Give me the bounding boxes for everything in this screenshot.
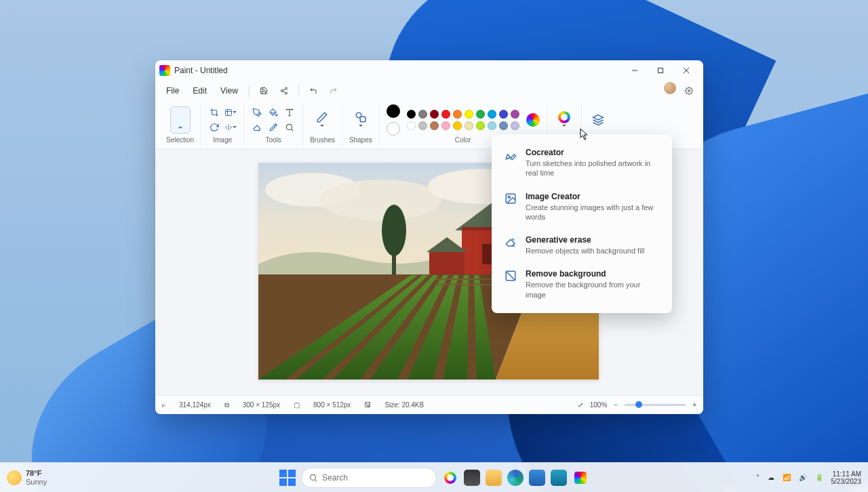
svg-point-9 <box>688 90 690 92</box>
color-swatch[interactable] <box>488 121 496 130</box>
save-button[interactable] <box>255 82 273 100</box>
eraser-tool[interactable] <box>251 121 263 134</box>
remove-background-icon <box>504 269 517 283</box>
crop-tool[interactable] <box>208 106 220 119</box>
taskbar-explorer[interactable] <box>486 470 502 486</box>
menu-edit[interactable]: Edit <box>187 83 212 98</box>
tray-onedrive-icon[interactable]: ☁ <box>768 474 774 481</box>
color-swatch[interactable] <box>453 121 462 130</box>
taskbar-photos[interactable] <box>551 470 567 486</box>
taskbar-task-view[interactable] <box>464 470 480 486</box>
svg-point-6 <box>285 92 287 94</box>
zoom-out-button[interactable]: − <box>614 401 618 409</box>
taskbar: 78°F Sunny Search ˄ ☁ 📶 🔊 🔋 11:11 AM 5/2… <box>0 462 868 492</box>
minimize-button[interactable] <box>622 60 648 81</box>
color-swatch[interactable] <box>511 121 519 130</box>
svg-point-5 <box>281 90 283 92</box>
color-swatch[interactable] <box>441 121 450 130</box>
flip-tool[interactable] <box>224 121 237 134</box>
copilot-button[interactable] <box>554 108 574 131</box>
color-swatch[interactable] <box>453 110 462 119</box>
color-picker-tool[interactable] <box>267 121 279 134</box>
tray-battery-icon[interactable]: 🔋 <box>815 474 823 481</box>
taskbar-weather[interactable]: 78°F Sunny <box>7 469 47 485</box>
search-placeholder: Search <box>322 473 348 483</box>
selection-tool[interactable] <box>170 106 191 134</box>
color-swatch[interactable] <box>418 110 427 119</box>
dropdown-item-remove-background[interactable]: Remove background Remove the background … <box>494 262 669 306</box>
dropdown-item-image-creator[interactable]: Image Creator Create stunning images wit… <box>494 185 669 229</box>
dropdown-item-cocreator[interactable]: Cocreator Turn sketches into polished ar… <box>494 141 669 185</box>
color-swatch[interactable] <box>430 121 439 130</box>
start-button[interactable] <box>279 470 296 486</box>
text-tool[interactable] <box>283 106 296 119</box>
tray-chevron-icon[interactable]: ˄ <box>756 474 760 481</box>
color-2[interactable] <box>387 122 400 136</box>
color-swatch[interactable] <box>407 121 416 130</box>
close-button[interactable] <box>673 60 699 81</box>
titlebar[interactable]: Paint - Untitled <box>155 60 703 81</box>
color-swatch[interactable] <box>430 110 439 119</box>
image-creator-icon <box>504 192 517 205</box>
brushes-button[interactable] <box>313 108 332 131</box>
redo-button[interactable] <box>325 82 342 100</box>
zoom-value: 100% <box>590 401 608 409</box>
group-selection: Selection <box>159 104 201 147</box>
edit-colors-button[interactable] <box>526 113 540 127</box>
search-icon <box>309 473 318 483</box>
status-selection-icon: ⧉ <box>224 401 229 409</box>
fit-to-window-button[interactable]: ⤢ <box>578 401 583 409</box>
taskbar-copilot[interactable] <box>442 470 458 486</box>
svg-line-7 <box>283 89 285 90</box>
taskbar-search[interactable]: Search <box>301 468 437 488</box>
color-swatch[interactable] <box>465 121 473 130</box>
color-swatch[interactable] <box>488 110 496 119</box>
tray-volume-icon[interactable]: 🔊 <box>799 474 807 481</box>
resize-tool[interactable] <box>224 106 237 119</box>
generative-erase-icon <box>504 235 517 249</box>
settings-button[interactable] <box>680 82 698 100</box>
color-swatch[interactable] <box>465 110 473 119</box>
zoom-in-button[interactable]: + <box>692 401 696 409</box>
shapes-button[interactable] <box>351 108 370 131</box>
color-swatch[interactable] <box>418 121 427 130</box>
color-swatch[interactable] <box>511 110 519 119</box>
dropdown-item-generative-erase[interactable]: Generative erase Remove objects with bac… <box>494 228 669 262</box>
window-title: Paint - Untitled <box>174 66 228 75</box>
color-swatch[interactable] <box>499 110 508 119</box>
color-swatch[interactable] <box>407 110 416 119</box>
svg-line-38 <box>315 479 317 481</box>
color-swatch[interactable] <box>476 110 485 119</box>
magnifier-tool[interactable] <box>283 121 296 134</box>
svg-rect-28 <box>429 251 465 275</box>
rotate-tool[interactable] <box>208 121 220 134</box>
group-tools: Tools <box>244 104 303 147</box>
undo-button[interactable] <box>304 82 322 100</box>
taskbar-edge[interactable] <box>507 470 524 486</box>
svg-rect-1 <box>658 68 663 73</box>
taskbar-clock[interactable]: 11:11 AM 5/23/2023 <box>831 470 862 485</box>
taskbar-store[interactable] <box>529 470 545 486</box>
color-1[interactable] <box>387 104 400 118</box>
pencil-tool[interactable] <box>251 106 263 119</box>
svg-rect-17 <box>360 117 366 122</box>
tray-wifi-icon[interactable]: 📶 <box>783 474 791 481</box>
layers-button[interactable] <box>589 108 608 131</box>
weather-cond: Sunny <box>26 478 47 486</box>
share-button[interactable] <box>275 82 293 100</box>
svg-point-4 <box>285 87 287 89</box>
group-brushes: Brushes <box>303 104 342 147</box>
taskbar-paint[interactable] <box>572 470 589 486</box>
user-avatar[interactable] <box>664 82 676 94</box>
color-swatch[interactable] <box>499 121 508 130</box>
maximize-button[interactable] <box>648 60 673 81</box>
menu-view[interactable]: View <box>215 83 243 98</box>
status-cursor-icon: ▹ <box>162 401 165 409</box>
menubar: File Edit View <box>155 81 703 101</box>
zoom-slider[interactable] <box>625 404 686 406</box>
color-swatch[interactable] <box>476 121 485 130</box>
menu-file[interactable]: File <box>161 83 184 98</box>
weather-temp: 78°F <box>26 469 47 477</box>
fill-tool[interactable] <box>267 106 279 119</box>
color-swatch[interactable] <box>441 110 450 119</box>
